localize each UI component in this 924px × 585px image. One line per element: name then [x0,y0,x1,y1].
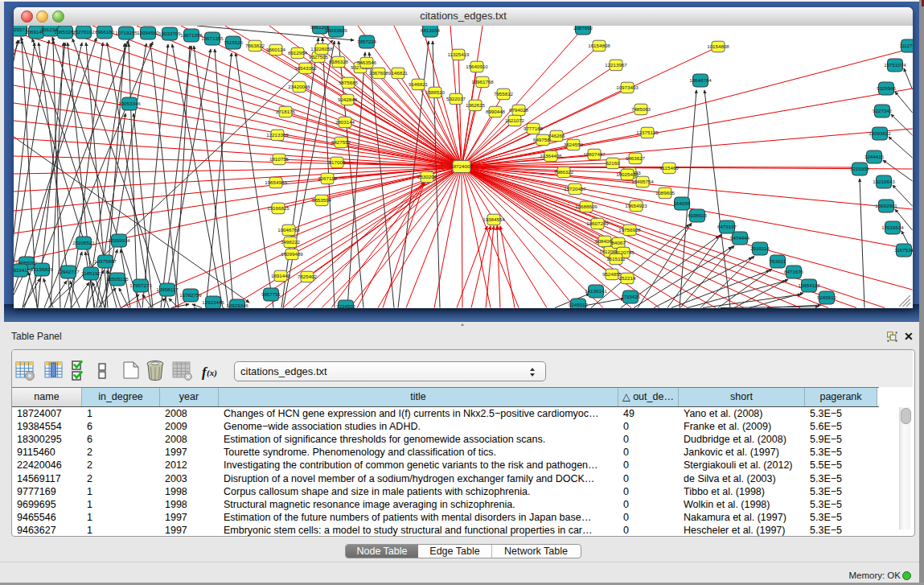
svg-text:7485063: 7485063 [631,106,651,112]
svg-text:10025433: 10025433 [616,171,639,177]
svg-text:8912954: 8912954 [288,50,308,56]
svg-text:19654923: 19654923 [625,203,647,208]
svg-text:16099489: 16099489 [281,251,303,257]
svg-text:8990448: 8990448 [486,109,506,114]
svg-text:2530203: 2530203 [417,174,437,179]
svg-text:1733426: 1733426 [621,294,641,299]
svg-text:15720407: 15720407 [564,186,586,192]
svg-text:8813054: 8813054 [421,27,441,33]
svg-text:12359934: 12359934 [108,237,130,243]
svg-text:8471676: 8471676 [784,269,804,274]
svg-text:1621072: 1621072 [505,117,525,123]
svg-text:2367608: 2367608 [369,70,389,76]
svg-text:1691440: 1691440 [271,273,291,278]
svg-text:164095: 164095 [674,200,691,206]
svg-text:10154808: 10154808 [707,43,729,49]
svg-text:1244415: 1244415 [864,154,885,159]
svg-text:12375125: 12375125 [636,130,659,135]
svg-text:8427552: 8427552 [331,139,351,145]
svg-text:6966160: 6966160 [95,29,115,35]
svg-text:5322037: 5322037 [446,96,466,101]
svg-text:417006: 417006 [329,159,346,165]
svg-text:19166825: 19166825 [267,205,290,211]
svg-text:746266: 746266 [548,133,565,138]
svg-text:1615112: 1615112 [606,256,626,262]
svg-text:5653594: 5653594 [312,197,332,203]
svg-text:3215958: 3215958 [850,166,870,171]
svg-text:18607249: 18607249 [586,220,609,226]
svg-text:2087652: 2087652 [573,26,593,31]
svg-text:16210643: 16210643 [873,179,895,184]
svg-text:20053346: 20053346 [118,101,141,106]
svg-text:15640910: 15640910 [466,64,488,69]
svg-text:16782759: 16782759 [179,292,202,298]
svg-text:9242848: 9242848 [338,97,358,102]
svg-text:16033709: 16033709 [158,31,181,36]
svg-text:14136141: 14136141 [585,288,607,294]
svg-text:12156829: 12156829 [31,266,53,272]
svg-text:16154808: 16154808 [588,43,610,48]
svg-text:10975867: 10975867 [94,258,117,264]
svg-text:84067: 84067 [611,240,626,245]
svg-text:16648784: 16648784 [689,77,712,83]
svg-text:1810755: 1810755 [269,156,290,162]
svg-text:18724007: 18724007 [450,163,473,169]
svg-text:5875685: 5875685 [339,80,359,85]
svg-text:10973493: 10973493 [616,84,639,90]
svg-text:9777169: 9777169 [524,126,544,131]
svg-text:10654112: 10654112 [798,282,820,288]
svg-text:17957273: 17957273 [129,282,152,288]
svg-text:16543362: 16543362 [294,65,317,71]
svg-text:3624554: 3624554 [564,142,584,147]
svg-text:10719155: 10719155 [115,30,138,35]
svg-text:1167534: 1167534 [894,247,912,253]
svg-text:15276102: 15276102 [72,29,95,35]
svg-text:10046788: 10046788 [277,227,300,233]
svg-text:21364436: 21364436 [540,153,562,159]
svg-text:9660124: 9660124 [266,47,286,52]
svg-text:7515526: 7515526 [224,39,244,45]
svg-text:8186328: 8186328 [329,59,349,64]
svg-text:7663822: 7663822 [245,43,265,48]
svg-text:15692901: 15692901 [875,203,897,208]
svg-text:19756928: 19756928 [618,227,641,233]
svg-text:17016534: 17016534 [881,225,904,230]
svg-text:12942737: 12942737 [57,269,80,274]
svg-text:1089605: 1089605 [655,190,676,196]
svg-text:3498222: 3498222 [281,239,301,245]
svg-text:19654983: 19654983 [265,179,287,185]
svg-text:2935114: 2935114 [750,245,770,251]
svg-text:2718176: 2718176 [276,109,296,114]
svg-text:2803144: 2803144 [335,119,355,125]
svg-text:12213369: 12213369 [266,132,289,138]
svg-text:9857791: 9857791 [261,291,281,297]
svg-text:12094580: 12094580 [137,30,159,35]
svg-text:7625402: 7625402 [298,274,318,279]
svg-text:(x): (x) [207,368,217,378]
svg-text:13226058: 13226058 [310,46,333,51]
svg-text:19384554: 19384554 [483,216,505,222]
svg-text:20206521: 20206521 [72,240,95,245]
svg-text:3267110: 3267110 [318,175,337,181]
svg-text:9227342: 9227342 [873,108,893,113]
svg-text:9146821: 9146821 [409,81,429,87]
svg-text:1588520: 1588520 [425,89,446,95]
svg-text:12093822: 12093822 [869,130,891,136]
svg-text:10958127: 10958127 [156,286,179,292]
svg-text:62160: 62160 [606,160,620,166]
svg-text:9463627: 9463627 [626,155,646,161]
svg-text:8938923: 8938923 [688,212,708,218]
svg-text:15751074: 15751074 [884,62,906,68]
svg-text:1112753: 1112753 [899,43,912,48]
svg-text:11325419: 11325419 [447,51,470,57]
svg-text:9245012: 9245012 [569,302,589,307]
svg-text:13495754: 13495754 [631,179,654,184]
svg-text:10688609: 10688609 [575,204,598,209]
svg-text:16671355: 16671355 [180,32,203,38]
svg-text:16671355: 16671355 [201,35,224,41]
svg-text:252214: 252214 [619,275,636,281]
svg-text:1362615: 1362615 [466,102,486,108]
svg-text:9115460: 9115460 [659,165,679,171]
svg-text:10807487: 10807487 [583,151,606,157]
svg-text:763621: 763621 [770,258,786,264]
